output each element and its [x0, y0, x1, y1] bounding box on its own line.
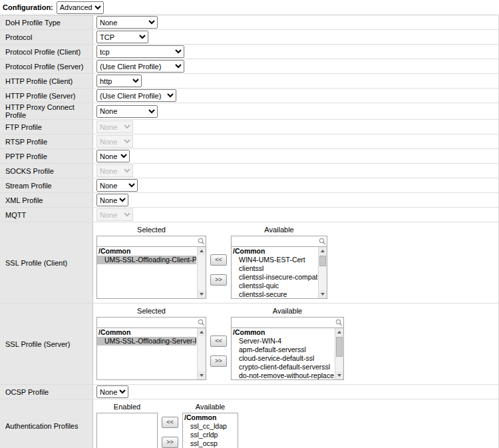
move-left-button[interactable]: << — [210, 254, 227, 266]
scroll-down-icon[interactable] — [198, 290, 206, 298]
doh-profile-type-select[interactable]: None — [96, 16, 158, 29]
scrollbar[interactable] — [197, 328, 206, 379]
list-item[interactable]: clientssl — [232, 264, 317, 273]
mqtt-select: None — [96, 208, 133, 221]
socks-profile-select: None — [96, 164, 133, 177]
ssl-client-available-search-input[interactable] — [232, 237, 317, 246]
pptp-profile-select[interactable]: None — [96, 150, 130, 162]
ssl-server-available-searchbox — [231, 317, 344, 328]
row-pptp-profile: PPTP Profile None — [0, 149, 498, 164]
xml-profile-select[interactable]: None — [96, 194, 128, 206]
field-label: FTP Profile — [0, 120, 93, 134]
http-profile-server-select[interactable]: (Use Client Profile) — [96, 89, 176, 102]
selected-header: Selected — [96, 225, 206, 234]
ssl-client-selected-searchbox — [96, 236, 206, 247]
list-item[interactable]: clientssl-insecure-compatible — [232, 273, 317, 282]
row-ftp-profile: FTP Profile None — [0, 120, 498, 134]
list-item[interactable]: ssl_cc_ldap — [183, 422, 228, 431]
field-label: Protocol — [0, 30, 93, 44]
scroll-down-icon[interactable] — [198, 371, 206, 379]
ssl-server-selected-search-input[interactable] — [97, 318, 196, 327]
list-group: /Common — [232, 247, 317, 256]
ocsp-profile-select[interactable]: None — [96, 385, 128, 398]
search-icon — [317, 238, 327, 245]
selected-header: Selected — [96, 306, 206, 316]
field-label: SSL Profile (Client) — [0, 222, 93, 303]
list-item[interactable]: ssl_ocsp — [183, 439, 228, 448]
move-left-button[interactable]: << — [210, 336, 227, 347]
scrollbar[interactable] — [318, 247, 327, 298]
list-item[interactable]: clientssl-quic — [232, 282, 317, 290]
ssl-client-selected-search-input[interactable] — [97, 237, 196, 246]
list-item[interactable]: do-not-remove-without-replacement — [232, 371, 334, 380]
configuration-select[interactable]: Advanced — [57, 1, 104, 14]
protocol-select[interactable]: TCP — [96, 31, 148, 43]
field-label: Protocol Profile (Client) — [0, 45, 93, 59]
protocol-profile-server-select[interactable]: (Use Client Profile) — [96, 60, 184, 73]
row-rtsp-profile: RTSP Profile None — [0, 134, 498, 149]
available-header: Available — [231, 306, 344, 316]
row-protocol-profile-client: Protocol Profile (Client) tcp — [0, 45, 498, 59]
list-item[interactable]: apm-default-serverssl — [232, 345, 334, 354]
scrollbar-thumb[interactable] — [336, 337, 343, 357]
list-item[interactable]: UMS-SSL-Offloading-Client-Profile — [97, 256, 196, 264]
list-item[interactable]: clientssl-secure — [232, 290, 317, 299]
scroll-down-icon[interactable] — [319, 290, 327, 298]
list-item[interactable]: WIN4-UMS-EST-Cert — [232, 256, 317, 264]
list-group: /Common — [97, 247, 196, 256]
list-item[interactable]: UMS-SSL-Offloading-Server-Profile — [97, 337, 196, 345]
search-icon — [196, 319, 206, 326]
list-item[interactable]: Server-WIN-4 — [232, 337, 334, 345]
search-icon — [334, 319, 343, 326]
row-doh-profile-type: DoH Profile Type None — [0, 15, 498, 30]
scrollbar-thumb[interactable] — [319, 256, 326, 266]
field-label: Protocol Profile (Server) — [0, 59, 93, 73]
field-label: SSL Profile (Server) — [0, 304, 93, 384]
field-label: PPTP Profile — [0, 149, 93, 163]
list-item[interactable]: cloud-service-default-ssl — [232, 354, 334, 363]
enabled-header: Enabled — [96, 402, 158, 411]
scroll-up-icon[interactable] — [335, 328, 343, 336]
list-item[interactable]: ssl_crldp — [183, 431, 228, 439]
row-protocol: Protocol TCP — [0, 30, 498, 45]
row-ssl-profile-client: SSL Profile (Client) Selected /Common UM… — [0, 222, 498, 304]
move-left-button[interactable]: << — [162, 417, 178, 428]
move-right-button[interactable]: >> — [210, 274, 227, 286]
row-socks-profile: SOCKS Profile None — [0, 164, 498, 178]
scroll-up-icon[interactable] — [198, 247, 206, 255]
field-label: Stream Profile — [0, 178, 93, 192]
scroll-up-icon[interactable] — [319, 247, 327, 255]
field-label: HTTP Profile (Client) — [0, 74, 93, 88]
list-group: /Common — [232, 328, 334, 337]
row-http-profile-client: HTTP Profile (Client) http — [0, 74, 498, 89]
http-profile-client-select[interactable]: http — [96, 75, 142, 87]
move-right-button[interactable]: >> — [162, 437, 178, 448]
ssl-client-available-searchbox — [231, 236, 327, 247]
ssl-server-available-search-input[interactable] — [232, 318, 334, 327]
row-ssl-profile-server: SSL Profile (Server) Selected /Common UM… — [0, 304, 498, 385]
configuration-label: Configuration: — [3, 3, 53, 11]
row-mqtt: MQTT None — [0, 208, 498, 222]
field-label: DoH Profile Type — [0, 15, 93, 29]
scroll-up-icon[interactable] — [198, 328, 206, 336]
row-ocsp-profile: OCSP Profile None — [0, 385, 498, 399]
list-group: /Common — [97, 328, 196, 337]
stream-profile-select[interactable]: None — [96, 179, 138, 192]
scrollbar[interactable] — [335, 328, 343, 379]
field-label: OCSP Profile — [0, 385, 93, 399]
ssl-server-selected-list: /Common UMS-SSL-Offloading-Server-Profil… — [96, 328, 206, 380]
scrollbar[interactable] — [197, 247, 206, 298]
move-right-button[interactable]: >> — [210, 355, 227, 367]
field-label: HTTP Profile (Server) — [0, 89, 93, 103]
auth-available-list: /Common ssl_cc_ldap ssl_crldp ssl_ocsp — [182, 413, 238, 448]
auth-enabled-list[interactable] — [96, 413, 158, 448]
protocol-profile-client-select[interactable]: tcp — [96, 45, 184, 58]
row-http-proxy-connect-profile: HTTP Proxy Connect Profile None — [0, 103, 498, 120]
row-xml-profile: XML Profile None — [0, 193, 498, 208]
list-item[interactable]: crypto-client-default-serverssl — [232, 363, 334, 371]
http-proxy-connect-profile-select[interactable]: None — [96, 105, 158, 118]
scroll-down-icon[interactable] — [335, 371, 343, 379]
list-group: /Common — [183, 413, 228, 422]
profiles-form: DoH Profile Type None Protocol TCP Proto… — [0, 15, 499, 448]
row-stream-profile: Stream Profile None — [0, 178, 498, 193]
